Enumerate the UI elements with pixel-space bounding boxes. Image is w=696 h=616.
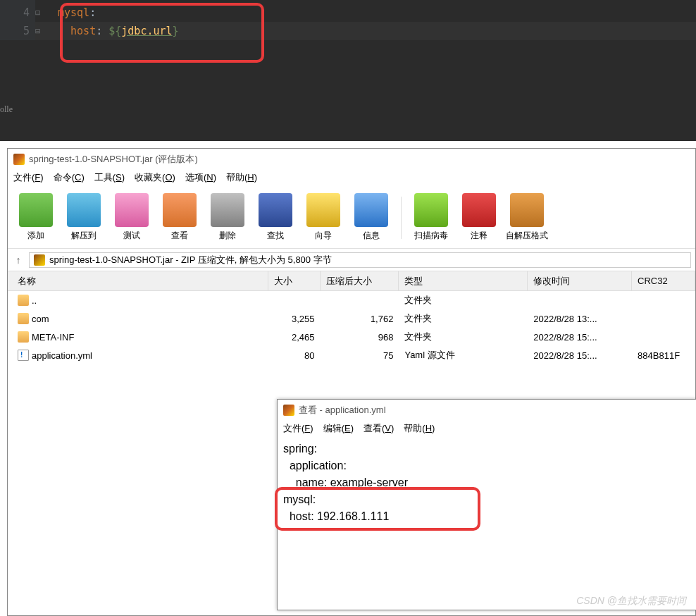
menu-item[interactable]: 命令(C) xyxy=(54,171,85,185)
text-line: application: xyxy=(283,457,690,474)
tool-label: 查找 xyxy=(254,230,297,242)
tool-label: 添加 xyxy=(15,230,57,242)
cell-name: META-INF xyxy=(12,331,268,343)
viewer-menu-bar: 文件(F)编辑(E)查看(V)帮助(H) xyxy=(278,421,696,438)
tool-label: 信息 xyxy=(350,230,392,242)
cell-size: 2,465 xyxy=(268,332,321,343)
code-editor: 4 5 ⊟ mysql: ⊟ host: ${jdbc.url} olle xyxy=(0,0,696,141)
menu-item[interactable]: 帮助(H) xyxy=(404,422,435,436)
separator xyxy=(401,197,402,239)
tool-删除[interactable]: 删除 xyxy=(205,192,250,243)
cell-packed: 968 xyxy=(321,332,399,343)
line-number: 5 xyxy=(0,22,30,40)
tool-icon xyxy=(306,193,340,227)
folder-icon xyxy=(18,295,29,306)
winrar-window: spring-test-1.0-SNAPSHOT.jar (评估版本) 文件(F… xyxy=(7,148,696,616)
col-type[interactable]: 类型 xyxy=(399,271,528,290)
cell-modified: 2022/8/28 15:... xyxy=(528,332,632,343)
fold-icon[interactable]: ⊟ xyxy=(35,22,40,40)
tool-label: 扫描病毒 xyxy=(410,230,452,242)
tool-icon xyxy=(414,193,448,227)
menu-item[interactable]: 编辑(E) xyxy=(323,422,354,436)
app-icon xyxy=(13,154,25,165)
title-bar[interactable]: spring-test-1.0-SNAPSHOT.jar (评估版本) xyxy=(8,149,695,170)
menu-item[interactable]: 收藏夹(O) xyxy=(135,171,175,185)
file-list: ..文件夹com3,2551,762文件夹2022/8/28 13:...MET… xyxy=(8,291,695,364)
cell-crc: 884B811F xyxy=(632,350,695,361)
cell-size: 3,255 xyxy=(268,314,321,324)
cell-packed: 75 xyxy=(321,350,399,361)
tool-label: 解压到 xyxy=(63,230,105,242)
tool-icon xyxy=(115,193,149,227)
tool-icon xyxy=(462,193,496,227)
cell-packed: 1,762 xyxy=(321,314,399,324)
tool-label: 自解压格式 xyxy=(506,230,548,242)
menu-item[interactable]: 帮助(H) xyxy=(226,171,257,185)
tool-label: 删除 xyxy=(206,230,249,242)
line-number: 4 xyxy=(0,4,30,22)
tool-label: 向导 xyxy=(302,230,344,242)
folder-icon xyxy=(18,331,29,343)
menu-item[interactable]: 文件(F) xyxy=(13,171,44,185)
tool-icon xyxy=(354,193,388,227)
tool-label: 测试 xyxy=(111,230,153,242)
table-row[interactable]: application.yml8075Yaml 源文件2022/8/28 15:… xyxy=(8,346,695,364)
tool-icon xyxy=(67,193,101,227)
file-icon xyxy=(18,350,29,361)
viewer-title-bar[interactable]: 查看 - application.yml xyxy=(278,400,696,421)
table-row[interactable]: META-INF2,465968文件夹2022/8/28 15:... xyxy=(8,328,695,346)
watermark: CSDN @鱼找水需要时间 xyxy=(576,595,686,608)
cell-modified: 2022/8/28 15:... xyxy=(528,350,632,361)
tool-自解压格式[interactable]: 自解压格式 xyxy=(504,192,549,243)
tool-向导[interactable]: 向导 xyxy=(301,192,346,243)
table-row[interactable]: com3,2551,762文件夹2022/8/28 13:... xyxy=(8,309,695,328)
table-row[interactable]: ..文件夹 xyxy=(8,291,695,309)
cell-modified: 2022/8/28 13:... xyxy=(528,314,632,324)
path-text: spring-test-1.0-SNAPSHOT.jar - ZIP 压缩文件,… xyxy=(49,254,332,266)
tool-label: 查看 xyxy=(159,230,201,242)
tool-icon xyxy=(19,193,53,227)
line-gutter: 4 5 xyxy=(0,0,35,40)
text-line: spring: xyxy=(283,441,690,457)
col-crc[interactable]: CRC32 xyxy=(632,271,695,290)
cell-name: com xyxy=(12,313,268,324)
cell-size: 80 xyxy=(268,350,321,361)
menu-item[interactable]: 查看(V) xyxy=(363,422,394,436)
tool-icon xyxy=(259,193,292,227)
col-size[interactable]: 大小 xyxy=(268,271,321,290)
tool-解压到[interactable]: 解压到 xyxy=(61,192,106,243)
tool-查找[interactable]: 查找 xyxy=(253,192,298,243)
tool-测试[interactable]: 测试 xyxy=(109,192,154,243)
toolbar: 添加解压到测试查看删除查找向导信息扫描病毒注释自解压格式 xyxy=(8,187,695,249)
cell-type: 文件夹 xyxy=(399,312,528,325)
tool-信息[interactable]: 信息 xyxy=(349,192,394,243)
highlight-box xyxy=(275,487,480,531)
tool-icon xyxy=(211,193,244,227)
cell-type: 文件夹 xyxy=(399,294,528,307)
tool-icon xyxy=(163,193,197,227)
tool-扫描病毒[interactable]: 扫描病毒 xyxy=(409,192,454,243)
viewer-window: 查看 - application.yml 文件(F)编辑(E)查看(V)帮助(H… xyxy=(277,399,696,610)
viewer-content[interactable]: spring: application: name: example-serve… xyxy=(278,438,696,528)
col-modified[interactable]: 修改时间 xyxy=(528,271,632,290)
archive-icon xyxy=(34,254,45,266)
tool-注释[interactable]: 注释 xyxy=(456,192,502,243)
menu-item[interactable]: 工具(S) xyxy=(94,171,125,185)
highlight-box xyxy=(60,3,264,63)
sidebar-fragment: olle xyxy=(0,104,13,115)
tool-添加[interactable]: 添加 xyxy=(13,192,58,243)
path-bar: ↑ spring-test-1.0-SNAPSHOT.jar - ZIP 压缩文… xyxy=(8,249,695,271)
menu-item[interactable]: 文件(F) xyxy=(283,422,313,436)
path-field[interactable]: spring-test-1.0-SNAPSHOT.jar - ZIP 压缩文件,… xyxy=(29,252,691,268)
col-name[interactable]: 名称 xyxy=(12,271,268,290)
cell-name: .. xyxy=(12,295,268,306)
fold-icon[interactable]: ⊟ xyxy=(35,4,40,22)
up-icon[interactable]: ↑ xyxy=(12,254,25,266)
menu-item[interactable]: 选项(N) xyxy=(185,171,216,185)
list-header: 名称 大小 压缩后大小 类型 修改时间 CRC32 xyxy=(8,271,695,291)
tool-查看[interactable]: 查看 xyxy=(157,192,202,243)
cell-type: 文件夹 xyxy=(399,331,528,343)
folder-icon xyxy=(18,313,29,324)
app-icon xyxy=(283,405,294,416)
col-packed[interactable]: 压缩后大小 xyxy=(321,271,399,290)
